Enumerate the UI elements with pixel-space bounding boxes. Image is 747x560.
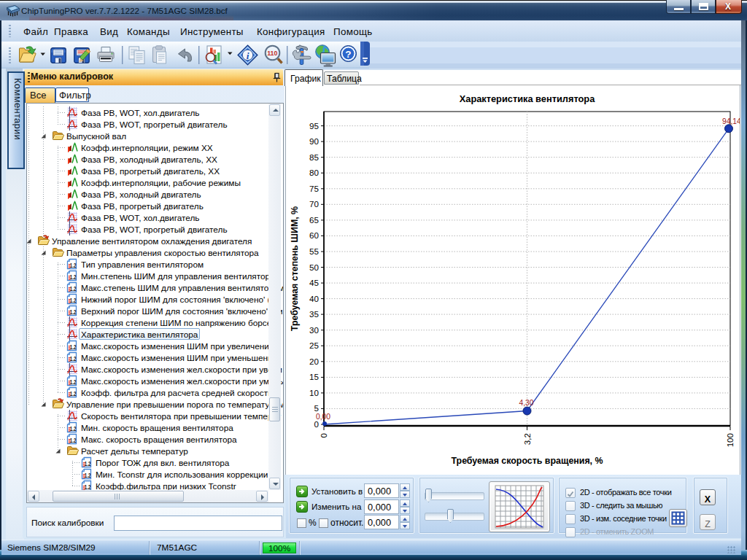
svg-text:110: 110 [267,50,277,57]
svg-text:1.2: 1.2 [70,343,77,351]
svg-text:1.2: 1.2 [70,378,77,386]
svg-text:1.2: 1.2 [70,424,77,432]
svg-text:?: ? [345,49,351,60]
svg-text:50: 50 [309,262,319,272]
svg-text:25: 25 [309,341,319,350]
svg-text:1.2: 1.2 [70,389,77,397]
svg-text:90: 90 [309,136,319,146]
svg-text:1.2: 1.2 [85,459,91,467]
svg-text:5: 5 [314,403,319,413]
svg-text:1.2: 1.2 [85,471,91,479]
svg-text:85: 85 [309,152,319,162]
svg-text:100: 100 [725,433,735,447]
svg-text:1.2: 1.2 [70,296,77,304]
svg-text:1.2: 1.2 [70,273,77,281]
svg-text:35: 35 [309,309,319,319]
svg-text:45: 45 [309,278,319,287]
svg-text:60: 60 [309,230,319,240]
svg-text:75: 75 [309,184,319,193]
svg-text:15: 15 [309,372,319,381]
svg-text:55: 55 [309,246,319,256]
svg-text:0: 0 [319,433,328,438]
svg-text:70: 70 [309,199,319,209]
svg-text:80: 80 [309,168,319,177]
svg-text:1.2: 1.2 [70,308,77,316]
svg-text:Характеристика вентилятора: Характеристика вентилятора [460,93,595,104]
svg-text:i: i [247,50,249,61]
svg-text:10: 10 [309,388,319,397]
svg-text:1.2: 1.2 [70,436,77,444]
svg-text:Требуемая скорость вращения, %: Требуемая скорость вращения, % [451,456,603,466]
svg-text:4,30: 4,30 [519,399,534,407]
svg-text:1.2: 1.2 [70,354,77,362]
svg-text:3,2: 3,2 [522,433,532,445]
svg-text:0,00: 0,00 [316,413,330,421]
svg-text:30: 30 [309,325,319,335]
svg-text:95: 95 [309,121,319,131]
svg-text:65: 65 [309,215,319,225]
svg-text:20: 20 [309,357,319,366]
svg-text:94,14: 94,14 [722,117,740,125]
svg-text:40: 40 [309,294,319,303]
svg-text:1.2: 1.2 [70,284,77,292]
svg-text:Требуемая степень ШИМ, %: Требуемая степень ШИМ, % [290,206,300,331]
svg-text:1.2: 1.2 [70,261,77,269]
